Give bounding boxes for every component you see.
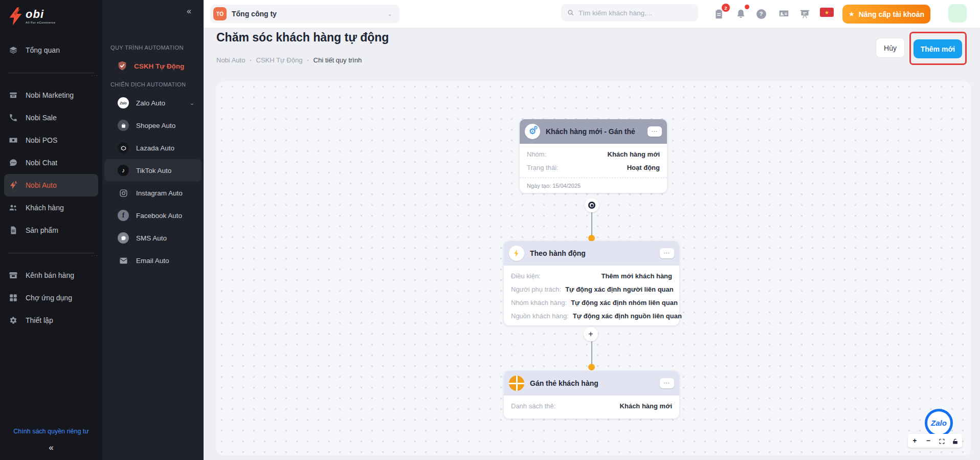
submenu-item-lazada-auto[interactable]: Lazada Auto <box>102 137 204 159</box>
submenu-item-tiktok-auto[interactable]: ♪ TikTok Auto <box>104 159 202 182</box>
submenu-item-shopee-auto[interactable]: Shopee Auto <box>102 114 204 137</box>
submenu-item-instagram-auto[interactable]: Instagram Auto <box>102 182 204 204</box>
connector-line <box>591 212 592 237</box>
topbar: TỔ Tổng công ty ⌄ 2 ? <box>204 0 980 28</box>
submenu-item-label: Email Auto <box>136 257 169 265</box>
main-sidebar: obi All For eCommerce Tổng quan ··· Nobi… <box>0 0 102 460</box>
sidebar-item-san-pham[interactable]: Sản phẩm <box>0 219 102 242</box>
breadcrumb-item[interactable]: Nobi Auto <box>216 56 245 64</box>
presentation-icon[interactable] <box>797 6 812 21</box>
gears-icon: ⚙⚙ <box>525 124 540 139</box>
zoom-in-button[interactable]: + <box>908 434 922 448</box>
submenu-item-email-auto[interactable]: Email Auto <box>102 249 204 272</box>
cancel-button[interactable]: Hủy <box>876 38 905 58</box>
notification-dot <box>745 5 749 9</box>
lock-button[interactable] <box>949 434 963 448</box>
svg-text:A: A <box>14 181 17 184</box>
bell-icon[interactable] <box>733 6 748 21</box>
submenu-item-label: Lazada Auto <box>136 144 174 152</box>
add-node-button[interactable]: + <box>584 327 598 341</box>
privacy-policy-link[interactable]: Chính sách quyền riêng tư <box>0 428 102 435</box>
breadcrumb-item[interactable]: CSKH Tự Động <box>256 56 303 64</box>
connector-line <box>591 341 592 366</box>
workflow-canvas[interactable]: ⚙⚙ Khách hàng mới - Gán thẻ ··· Nhóm: Kh… <box>216 81 971 455</box>
sidebar-item-label: Nobi Marketing <box>26 91 74 99</box>
flow-node-gan-the[interactable]: Gán thẻ khách hàng ··· Danh sách thẻ: Kh… <box>504 371 679 419</box>
lightning-a-icon: A <box>8 180 18 190</box>
submenu-item-label: Zalo Auto <box>136 99 165 107</box>
automation-submenu: « QUY TRÌNH AUTOMATION CSKH Tự Động CHIẾ… <box>102 0 204 460</box>
node-row: Danh sách thẻ: Khách hàng mới <box>511 399 672 412</box>
node-row: Nguồn khách hàng: Tự động xác định nguồn… <box>511 309 672 322</box>
lightning-bolt-icon <box>8 7 24 26</box>
submenu-item-sms-auto[interactable]: SMS Auto <box>102 227 204 249</box>
clipboard-badge: 2 <box>722 4 730 12</box>
submenu-collapse-icon[interactable]: « <box>187 7 191 16</box>
submenu-item-label: TikTok Auto <box>136 167 171 174</box>
sidebar-item-tong-quan[interactable]: Tổng quan <box>0 39 102 61</box>
help-icon[interactable]: ? <box>753 6 769 21</box>
flow-node-theo-hanh-dong[interactable]: Theo hành động ··· Điều kiện: Thêm mới k… <box>504 241 679 325</box>
zalo-icon: Zalo <box>118 97 129 108</box>
vietnam-flag-icon[interactable]: ★ <box>820 8 834 17</box>
company-selector[interactable]: TỔ Tổng công ty ⌄ <box>210 5 399 23</box>
sidebar-divider: ··· <box>0 61 102 84</box>
people-icon <box>8 203 18 213</box>
sidebar-item-label: Nobi Sale <box>26 114 57 122</box>
breadcrumb-current: Chi tiết quy trình <box>314 56 362 64</box>
sidebar-item-nobi-auto[interactable]: A Nobi Auto <box>4 174 98 196</box>
sidebar-item-kenh-ban-hang[interactable]: Kênh bán hàng <box>0 264 102 287</box>
sidebar-item-nobi-pos[interactable]: Nobi POS <box>0 129 102 151</box>
sidebar-item-label: Nobi Auto <box>26 181 57 189</box>
company-avatar: TỔ <box>213 7 227 20</box>
page-title: Chăm sóc khách hàng tự động <box>216 31 389 45</box>
node-menu-button[interactable]: ··· <box>660 248 674 258</box>
screen-share-icon[interactable] <box>776 6 791 21</box>
sidebar-item-nobi-sale[interactable]: Nobi Sale <box>0 106 102 129</box>
upgrade-account-button[interactable]: ★ Nâng cấp tài khoản <box>842 5 930 24</box>
sidebar-item-cho-ung-dung[interactable]: Chợ ứng dụng <box>0 287 102 309</box>
brand-tagline: All For eCommerce <box>26 21 55 24</box>
instagram-icon <box>118 187 129 199</box>
zoom-out-button[interactable]: − <box>922 434 936 448</box>
layers-icon <box>8 45 18 55</box>
node-footer: Ngày tạo: 15/04/2025 <box>520 178 667 193</box>
search-input[interactable] <box>578 9 692 17</box>
section-title-chien-dich: CHIẾN DỊCH AUTOMATION <box>102 81 204 87</box>
add-new-button[interactable]: Thêm mới <box>914 39 962 58</box>
sidebar-nav: Tổng quan ··· Nobi Marketing Nobi Sale N… <box>0 39 102 332</box>
connector-source-icon[interactable] <box>585 198 599 212</box>
fit-view-button[interactable] <box>935 434 949 448</box>
zalo-watermark: Zalo <box>925 409 953 437</box>
envelope-icon <box>118 255 129 266</box>
brand-name: obi <box>26 9 55 20</box>
nobi-logo[interactable]: obi All For eCommerce <box>0 0 102 31</box>
node-menu-button[interactable]: ··· <box>660 378 674 388</box>
user-avatar[interactable] <box>948 4 967 23</box>
star-icon: ★ <box>849 10 855 18</box>
clipboard-icon[interactable]: 2 <box>711 6 726 21</box>
sidebar-item-nobi-marketing[interactable]: Nobi Marketing <box>0 84 102 106</box>
sidebar-item-label: Kênh bán hàng <box>26 271 74 279</box>
submenu-item-facebook-auto[interactable]: f Facebook Auto <box>102 204 204 227</box>
submenu-item-cskh-tu-dong[interactable]: CSKH Tự Động <box>104 56 202 76</box>
sidebar-item-label: Chợ ứng dụng <box>26 294 72 302</box>
submenu-item-label: SMS Auto <box>136 234 167 242</box>
submenu-item-zalo-auto[interactable]: Zalo Zalo Auto ⌄ <box>102 92 204 114</box>
node-row: Người phụ trách: Tự động xác định người … <box>511 282 672 296</box>
node-title: Theo hành động <box>530 249 654 257</box>
sidebar-item-khach-hang[interactable]: Khách hàng <box>0 196 102 219</box>
sidebar-item-thiet-lap[interactable]: Thiết lập <box>0 309 102 332</box>
canvas-controls: + − <box>908 434 962 448</box>
flow-node-khach-hang-moi[interactable]: ⚙⚙ Khách hàng mới - Gán thẻ ··· Nhóm: Kh… <box>520 119 667 193</box>
inbox-icon <box>8 90 18 100</box>
sidebar-collapse-icon[interactable]: « <box>0 443 102 453</box>
chevron-down-icon: ⌄ <box>387 10 392 17</box>
facebook-icon: f <box>118 210 129 221</box>
submenu-item-label: Instagram Auto <box>136 189 183 197</box>
company-name: Tổng công ty <box>232 10 382 18</box>
node-menu-button[interactable]: ··· <box>648 126 662 137</box>
tag-pie-icon <box>509 376 524 391</box>
sidebar-item-nobi-chat[interactable]: Nobi Chat <box>0 151 102 174</box>
sms-bubble-icon <box>118 232 129 244</box>
